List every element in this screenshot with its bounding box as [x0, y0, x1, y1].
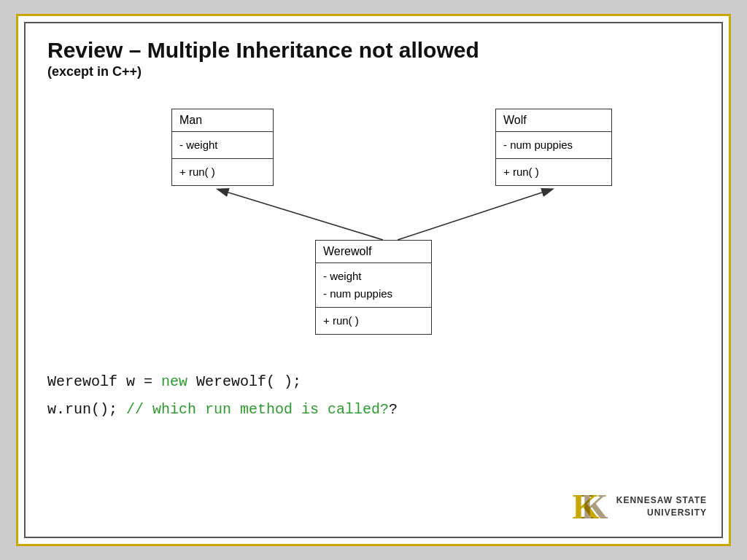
werewolf-box-methods: + run( ) — [316, 308, 431, 334]
diagram-area: Man - weight + run( ) Wolf - num puppies… — [47, 94, 700, 364]
man-method-1: + run( ) — [179, 163, 266, 181]
wolf-box-name: Wolf — [496, 109, 611, 132]
university-line2: UNIVERSITY — [616, 507, 707, 519]
code-line1-part2: Werewolf( ); — [187, 373, 301, 390]
werewolf-box-attrs: - weight - num puppies — [316, 263, 431, 308]
werewolf-uml-box: Werewolf - weight - num puppies + run( ) — [315, 240, 432, 335]
man-uml-box: Man - weight + run( ) — [171, 109, 274, 186]
svg-text:K: K — [581, 488, 608, 526]
werewolf-attr-2: - num puppies — [323, 285, 424, 303]
code-line2-wrun: w.run(); — [47, 401, 126, 418]
code-line2-question: ? — [389, 401, 398, 418]
ksu-logo-icon: K K — [569, 486, 609, 526]
logo-area: K K KENNESAW STATE UNIVERSITY — [569, 486, 707, 526]
werewolf-method-1: + run( ) — [323, 312, 424, 330]
code-section: Werewolf w = new Werewolf( ); w.run(); /… — [47, 371, 700, 421]
werewolf-attr-1: - weight — [323, 268, 424, 285]
man-box-methods: + run( ) — [172, 159, 273, 185]
university-name: KENNESAW STATE UNIVERSITY — [616, 494, 707, 519]
wolf-attr-1: - num puppies — [503, 136, 604, 154]
code-line1-new: new — [161, 373, 187, 390]
wolf-box-methods: + run( ) — [496, 159, 611, 185]
slide-title: Review – Multiple Inheritance not allowe… — [47, 38, 700, 63]
werewolf-box-name: Werewolf — [316, 241, 431, 263]
slide-inner: Review – Multiple Inheritance not allowe… — [24, 22, 723, 538]
university-line1: KENNESAW STATE — [616, 494, 707, 507]
man-box-name: Man — [172, 109, 273, 132]
code-line1-part1: Werewolf w = — [47, 373, 161, 390]
wolf-method-1: + run( ) — [503, 163, 604, 181]
code-line-2: w.run(); // which run method is called?? — [47, 399, 700, 421]
man-attr-1: - weight — [179, 136, 266, 154]
wolf-uml-box: Wolf - num puppies + run( ) — [495, 109, 612, 186]
man-box-attrs: - weight — [172, 132, 273, 159]
code-line2-comment: // which run method is called? — [126, 401, 389, 418]
wolf-box-attrs: - num puppies — [496, 132, 611, 159]
slide-outer: Review – Multiple Inheritance not allowe… — [16, 14, 731, 546]
svg-line-2 — [398, 192, 542, 240]
slide-subtitle: (except in C++) — [47, 64, 700, 79]
code-line-1: Werewolf w = new Werewolf( ); — [47, 371, 700, 393]
svg-line-1 — [228, 192, 383, 240]
